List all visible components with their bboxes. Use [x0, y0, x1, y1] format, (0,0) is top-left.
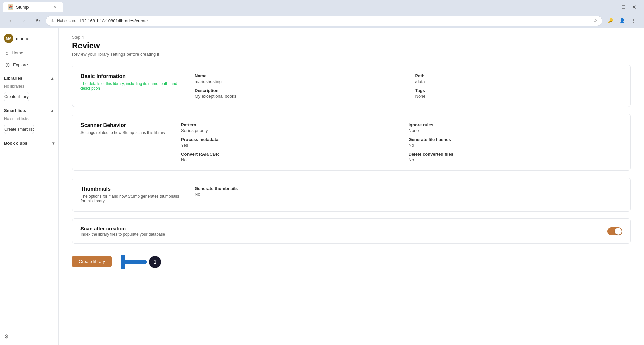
- basic-information-card: Basic Information The details of this li…: [72, 65, 631, 107]
- step-badge: 1: [149, 256, 161, 268]
- convert-rar-cbr-field: Convert RAR/CBR No: [181, 152, 395, 162]
- scan-left: Scan after creation Index the library fi…: [80, 226, 165, 237]
- ignore-rules-field: Ignore rules None: [409, 122, 623, 133]
- sidebar-item-explore[interactable]: ◎ Explore: [1, 59, 57, 70]
- bookmark-icon[interactable]: ☆: [593, 18, 597, 24]
- path-field: Path /data: [415, 73, 623, 84]
- address-bar[interactable]: ⚠ Not secure 192.168.1.18:10801/librarie…: [46, 16, 602, 26]
- basic-info-left: Basic Information The details of this li…: [80, 73, 181, 99]
- page-title: Review: [72, 41, 631, 50]
- scanner-title: Scanner Behavior: [80, 122, 168, 128]
- tab-close-button[interactable]: ✕: [52, 4, 58, 10]
- profile-icon[interactable]: 👤: [616, 15, 627, 26]
- convert-rar-cbr-value: No: [181, 157, 395, 162]
- sidebar: MA marius ⌂ Home ◎ Explore Libraries ▲ N…: [0, 28, 59, 345]
- basic-info-desc: The details of this library, including i…: [80, 81, 181, 91]
- generate-file-hashes-field: Generate file hashes No: [409, 137, 623, 148]
- libraries-section-header[interactable]: Libraries ▲: [0, 73, 58, 83]
- delete-converted-value: No: [409, 157, 623, 162]
- home-icon: ⌂: [5, 50, 8, 56]
- password-icon[interactable]: 🔑: [605, 15, 616, 26]
- reload-button[interactable]: ↻: [32, 15, 43, 26]
- convert-rar-cbr-label: Convert RAR/CBR: [181, 152, 395, 157]
- process-metadata-field: Process metadata Yes: [181, 137, 395, 148]
- browser-toolbar: ‹ › ↻ ⚠ Not secure 192.168.1.18:10801/li…: [3, 13, 641, 28]
- generate-file-hashes-label: Generate file hashes: [409, 137, 623, 142]
- smart-lists-empty-text: No smart lists: [0, 115, 58, 122]
- tags-value: None: [415, 94, 623, 99]
- sidebar-item-home[interactable]: ⌂ Home: [1, 47, 57, 58]
- description-value: My exceptional books: [195, 94, 402, 99]
- scanner-behavior-card: Scanner Behavior Settings related to how…: [72, 114, 631, 171]
- username: marius: [16, 36, 29, 41]
- description-label: Description: [195, 88, 402, 93]
- create-library-sidebar-button[interactable]: Create library: [4, 92, 29, 101]
- user-section: MA marius: [0, 31, 58, 46]
- close-button[interactable]: ✕: [629, 2, 639, 12]
- description-field: Description My exceptional books: [195, 88, 402, 99]
- generate-thumbnails-field: Generate thumbnails No: [195, 186, 402, 203]
- libraries-empty-text: No libraries: [0, 83, 58, 90]
- generate-file-hashes-value: No: [409, 143, 623, 148]
- toggle-track[interactable]: [607, 227, 622, 235]
- ignore-rules-label: Ignore rules: [409, 122, 623, 127]
- security-label: Not secure: [57, 18, 76, 23]
- settings-icon[interactable]: ⚙: [0, 329, 58, 344]
- ignore-rules-value: None: [409, 128, 623, 133]
- name-field: Name mariushosting: [195, 73, 402, 84]
- smart-lists-section-header[interactable]: Smart lists ▲: [0, 106, 58, 115]
- process-metadata-value: Yes: [181, 143, 395, 148]
- libraries-chevron-up-icon: ▲: [50, 76, 54, 81]
- path-label: Path: [415, 73, 623, 78]
- name-value: mariushosting: [195, 79, 402, 84]
- arrow-icon: [121, 255, 148, 269]
- process-metadata-label: Process metadata: [181, 137, 395, 142]
- smart-lists-section-label: Smart lists: [4, 108, 26, 113]
- forward-button[interactable]: ›: [19, 15, 30, 26]
- back-button[interactable]: ‹: [5, 15, 16, 26]
- generate-thumbnails-label: Generate thumbnails: [195, 186, 402, 191]
- scanner-desc: Settings related to how Stump scans this…: [80, 130, 168, 135]
- basic-info-title: Basic Information: [80, 73, 181, 79]
- scan-desc: Index the library files to populate your…: [80, 232, 165, 237]
- page-subtitle: Review your library settings before crea…: [72, 52, 631, 57]
- sidebar-item-explore-label: Explore: [13, 62, 28, 67]
- tab-title: Stump: [16, 5, 29, 10]
- thumbnails-desc: The options for if and how Stump generat…: [80, 194, 181, 203]
- extensions-icon[interactable]: ⋮: [628, 15, 639, 26]
- scanner-fields: Pattern Series priority Ignore rules Non…: [181, 122, 622, 162]
- generate-thumbnails-value: No: [195, 192, 402, 197]
- create-smart-list-button[interactable]: Create smart list: [4, 125, 34, 134]
- name-label: Name: [195, 73, 402, 78]
- tab-bar: 📚 Stump ✕: [3, 2, 63, 12]
- restore-button[interactable]: □: [619, 2, 628, 12]
- security-icon: ⚠: [51, 18, 54, 23]
- main-content: Step 4 Review Review your library settin…: [59, 28, 644, 345]
- app-container: MA marius ⌂ Home ◎ Explore Libraries ▲ N…: [0, 28, 644, 345]
- avatar: MA: [4, 34, 13, 43]
- path-value: /data: [415, 79, 623, 84]
- pattern-value: Series priority: [181, 128, 395, 133]
- smart-lists-chevron-up-icon: ▲: [50, 108, 54, 113]
- step-label: Step 4: [72, 35, 631, 40]
- delete-converted-label: Delete converted files: [409, 152, 623, 157]
- tags-label: Tags: [415, 88, 623, 93]
- book-clubs-section: Book clubs ▾: [0, 139, 58, 148]
- create-library-button[interactable]: Create library: [72, 256, 112, 267]
- tab-favicon: 📚: [8, 4, 13, 10]
- sidebar-item-home-label: Home: [12, 50, 23, 55]
- browser-tab[interactable]: 📚 Stump ✕: [3, 2, 63, 12]
- thumbnails-card: Thumbnails The options for if and how St…: [72, 178, 631, 212]
- smart-lists-section: Smart lists ▲ No smart lists Create smar…: [0, 106, 58, 136]
- pattern-label: Pattern: [181, 122, 395, 127]
- scan-after-creation-section: Scan after creation Index the library fi…: [72, 218, 631, 244]
- book-clubs-section-header[interactable]: Book clubs ▾: [0, 139, 58, 148]
- browser-titlebar: 📚 Stump ✕ ─ □ ✕: [3, 2, 641, 12]
- delete-converted-field: Delete converted files No: [409, 152, 623, 162]
- book-clubs-chevron-down-icon: ▾: [52, 141, 54, 146]
- tags-field: Tags None: [415, 88, 623, 99]
- scanner-left: Scanner Behavior Settings related to how…: [80, 122, 168, 162]
- pattern-field: Pattern Series priority: [181, 122, 395, 133]
- minimize-button[interactable]: ─: [608, 2, 617, 12]
- scan-toggle[interactable]: [607, 227, 622, 235]
